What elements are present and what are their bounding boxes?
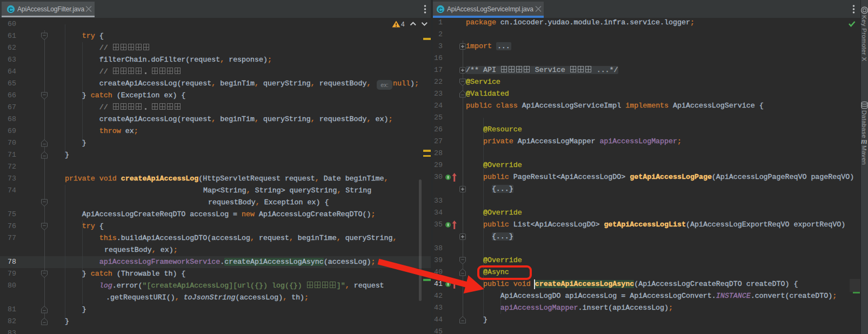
svg-text:C: C — [9, 6, 13, 13]
svg-text:C: C — [438, 6, 443, 13]
svg-text:4: 4 — [401, 21, 405, 28]
svg-text:m: m — [861, 137, 867, 145]
